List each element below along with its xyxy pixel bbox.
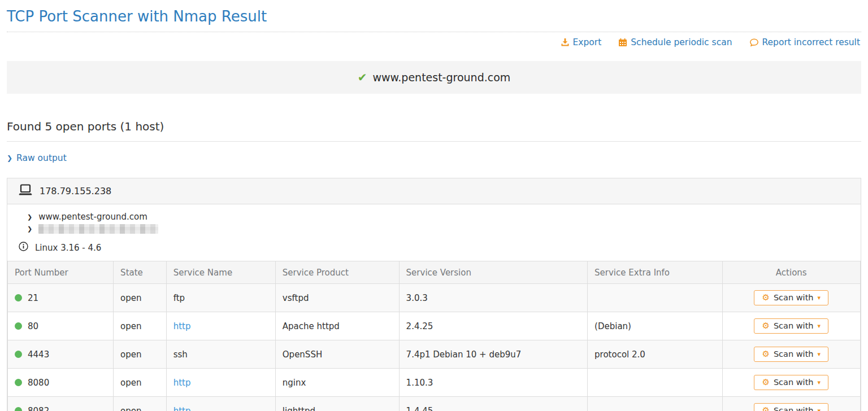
scan-with-button[interactable]: ⚙Scan with▾ xyxy=(754,347,828,362)
gear-icon: ⚙ xyxy=(762,294,769,302)
hostname-label: www.pentest-ground.com xyxy=(38,212,147,222)
service-name[interactable]: http xyxy=(173,406,191,411)
chevron-right-icon: ❯ xyxy=(27,225,32,233)
service-version-cell: 1.10.3 xyxy=(399,369,587,397)
results-heading: Found 5 open ports (1 host) xyxy=(7,120,861,142)
service-product-cell: vsftpd xyxy=(275,284,399,312)
gear-icon: ⚙ xyxy=(762,406,769,411)
service-name[interactable]: http xyxy=(173,378,191,388)
service-extra-cell xyxy=(588,284,722,312)
col-port-number: Port Number xyxy=(8,261,114,284)
open-status-dot-icon xyxy=(15,294,22,301)
check-icon: ✔ xyxy=(358,72,367,83)
caret-down-icon: ▾ xyxy=(818,351,821,357)
target-banner: ✔ www.pentest-ground.com xyxy=(7,61,861,94)
col-service-extra: Service Extra Info xyxy=(588,261,722,284)
host-ip: 178.79.155.238 xyxy=(40,186,111,196)
raw-output-link[interactable]: ❯ Raw output xyxy=(7,153,67,163)
caret-down-icon: ▾ xyxy=(818,379,821,386)
port-number: 8080 xyxy=(28,378,49,388)
state-cell: open xyxy=(114,340,167,369)
toolbar: Export Schedule periodic scan Report inc… xyxy=(7,32,861,53)
service-name: ftp xyxy=(173,293,185,303)
col-service-product: Service Product xyxy=(275,261,399,284)
host-header: 178.79.155.238 xyxy=(7,178,861,204)
port-number: 21 xyxy=(28,293,38,303)
state-cell: open xyxy=(114,284,167,312)
col-service-name: Service Name xyxy=(166,261,275,284)
calendar-icon xyxy=(618,38,627,47)
table-row: 4443 open ssh OpenSSH 7.4p1 Debian 10 + … xyxy=(8,340,861,369)
col-actions: Actions xyxy=(722,261,861,284)
download-icon xyxy=(561,38,570,47)
service-version-cell: 3.0.3 xyxy=(399,284,587,312)
table-row: 80 open http Apache httpd 2.4.25 (Debian… xyxy=(8,312,861,340)
hostname-item: ❯ www.pentest-ground.com xyxy=(27,211,849,223)
target-hostname: www.pentest-ground.com xyxy=(372,71,510,84)
col-state: State xyxy=(114,261,167,284)
open-status-dot-icon xyxy=(15,322,22,330)
os-info: Linux 3.16 - 4.6 xyxy=(19,242,849,253)
scan-with-button[interactable]: ⚙Scan with▾ xyxy=(754,375,828,390)
speech-bubble-icon xyxy=(749,38,759,47)
service-version-cell: 1.4.45 xyxy=(399,397,587,411)
service-extra-cell xyxy=(588,369,722,397)
open-status-dot-icon xyxy=(15,407,22,411)
table-row: 21 open ftp vsftpd 3.0.3 ⚙Scan with▾ xyxy=(8,284,861,312)
page: TCP Port Scanner with Nmap Result Export… xyxy=(0,0,868,411)
state-cell: open xyxy=(114,312,167,340)
service-product-cell: nginx xyxy=(275,369,399,397)
service-version-cell: 2.4.25 xyxy=(399,312,587,340)
os-label: Linux 3.16 - 4.6 xyxy=(35,243,101,253)
table-row: 8080 open http nginx 1.10.3 ⚙Scan with▾ xyxy=(8,369,861,397)
redacted-hostname xyxy=(38,224,158,234)
col-service-version: Service Version xyxy=(399,261,587,284)
gear-icon: ⚙ xyxy=(762,378,769,387)
service-extra-cell: protocol 2.0 xyxy=(588,340,722,369)
schedule-button[interactable]: Schedule periodic scan xyxy=(618,37,732,47)
scan-with-button[interactable]: ⚙Scan with▾ xyxy=(754,403,828,411)
service-version-cell: 7.4p1 Debian 10 + deb9u7 xyxy=(399,340,587,369)
chevron-right-icon: ❯ xyxy=(7,154,12,162)
caret-down-icon: ▾ xyxy=(818,295,821,301)
state-cell: open xyxy=(114,369,167,397)
table-row: 8082 open http lighttpd 1.4.45 ⚙Scan wit… xyxy=(8,397,861,411)
service-product-cell: lighttpd xyxy=(275,397,399,411)
caret-down-icon: ▾ xyxy=(818,408,821,411)
caret-down-icon: ▾ xyxy=(818,323,821,329)
info-icon xyxy=(19,242,28,253)
hostname-item-redacted: ❯ xyxy=(27,223,849,235)
gear-icon: ⚙ xyxy=(762,322,769,330)
scan-with-button[interactable]: ⚙Scan with▾ xyxy=(754,318,828,334)
host-card: 178.79.155.238 ❯ www.pentest-ground.com … xyxy=(7,178,861,411)
page-title: TCP Port Scanner with Nmap Result xyxy=(7,0,861,32)
port-number: 80 xyxy=(28,321,38,331)
chevron-right-icon: ❯ xyxy=(27,213,32,221)
service-product-cell: Apache httpd xyxy=(275,312,399,340)
port-number: 8082 xyxy=(28,406,49,411)
computer-icon xyxy=(19,184,32,198)
state-cell: open xyxy=(114,397,167,411)
export-button[interactable]: Export xyxy=(561,37,602,47)
report-button[interactable]: Report incorrect result xyxy=(749,37,861,47)
host-body: ❯ www.pentest-ground.com ❯ Linux 3.16 - … xyxy=(7,204,861,261)
scan-with-button[interactable]: ⚙Scan with▾ xyxy=(754,290,828,305)
ports-table: Port Number State Service Name Service P… xyxy=(7,261,861,411)
service-product-cell: OpenSSH xyxy=(275,340,399,369)
service-name[interactable]: http xyxy=(173,321,191,331)
service-extra-cell xyxy=(588,397,722,411)
open-status-dot-icon xyxy=(15,379,22,386)
service-name: ssh xyxy=(173,349,188,360)
service-extra-cell: (Debian) xyxy=(588,312,722,340)
port-number: 4443 xyxy=(28,349,49,360)
gear-icon: ⚙ xyxy=(762,350,769,358)
open-status-dot-icon xyxy=(15,351,22,358)
